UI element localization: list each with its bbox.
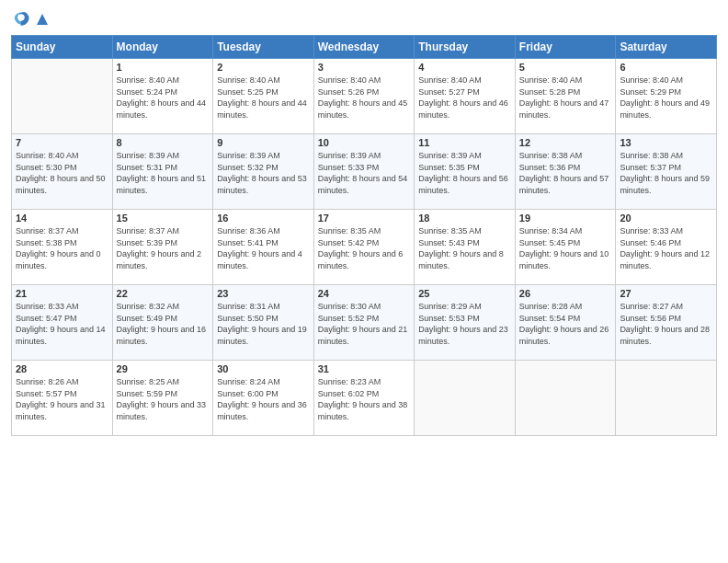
calendar-cell <box>616 361 717 436</box>
day-number: 9 <box>217 137 310 148</box>
day-number: 24 <box>318 288 411 299</box>
logo-icon <box>11 9 31 29</box>
calendar-cell: 27Sunrise: 8:27 AMSunset: 5:56 PMDayligh… <box>616 285 717 361</box>
day-info: Sunrise: 8:40 AMSunset: 5:26 PMDaylight:… <box>318 75 411 121</box>
calendar-cell: 24Sunrise: 8:30 AMSunset: 5:52 PMDayligh… <box>313 285 415 361</box>
day-info: Sunrise: 8:24 AMSunset: 6:00 PMDaylight:… <box>217 376 310 422</box>
day-number: 13 <box>620 137 712 148</box>
calendar-cell <box>515 361 616 436</box>
calendar-cell: 16Sunrise: 8:36 AMSunset: 5:41 PMDayligh… <box>213 210 314 285</box>
calendar-cell: 29Sunrise: 8:25 AMSunset: 5:59 PMDayligh… <box>112 361 213 436</box>
calendar-cell: 23Sunrise: 8:31 AMSunset: 5:50 PMDayligh… <box>213 285 314 361</box>
calendar-cell: 22Sunrise: 8:32 AMSunset: 5:49 PMDayligh… <box>112 285 213 361</box>
weekday-header-thursday: Thursday <box>415 36 516 59</box>
day-info: Sunrise: 8:40 AMSunset: 5:25 PMDaylight:… <box>217 75 310 121</box>
calendar-cell: 28Sunrise: 8:26 AMSunset: 5:57 PMDayligh… <box>12 361 113 436</box>
day-info: Sunrise: 8:23 AMSunset: 6:02 PMDaylight:… <box>318 376 411 422</box>
day-info: Sunrise: 8:39 AMSunset: 5:33 PMDaylight:… <box>318 150 411 196</box>
day-info: Sunrise: 8:38 AMSunset: 5:36 PMDaylight:… <box>519 150 612 196</box>
day-info: Sunrise: 8:25 AMSunset: 5:59 PMDaylight:… <box>117 376 210 422</box>
calendar-cell: 18Sunrise: 8:35 AMSunset: 5:43 PMDayligh… <box>415 210 516 285</box>
day-info: Sunrise: 8:31 AMSunset: 5:50 PMDaylight:… <box>217 301 310 347</box>
calendar-cell: 4Sunrise: 8:40 AMSunset: 5:27 PMDaylight… <box>415 59 516 134</box>
day-info: Sunrise: 8:39 AMSunset: 5:35 PMDaylight:… <box>418 150 511 196</box>
week-row-3: 14Sunrise: 8:37 AMSunset: 5:38 PMDayligh… <box>12 210 717 285</box>
calendar-cell: 14Sunrise: 8:37 AMSunset: 5:38 PMDayligh… <box>12 210 113 285</box>
day-number: 3 <box>318 62 411 73</box>
day-info: Sunrise: 8:36 AMSunset: 5:41 PMDaylight:… <box>217 225 310 271</box>
day-info: Sunrise: 8:33 AMSunset: 5:46 PMDaylight:… <box>620 225 712 271</box>
logo-text <box>35 13 50 26</box>
calendar-cell: 11Sunrise: 8:39 AMSunset: 5:35 PMDayligh… <box>415 134 516 210</box>
calendar-cell: 19Sunrise: 8:34 AMSunset: 5:45 PMDayligh… <box>515 210 616 285</box>
day-number: 16 <box>217 213 310 224</box>
day-info: Sunrise: 8:40 AMSunset: 5:28 PMDaylight:… <box>519 75 612 121</box>
day-info: Sunrise: 8:27 AMSunset: 5:56 PMDaylight:… <box>620 301 712 347</box>
day-info: Sunrise: 8:37 AMSunset: 5:38 PMDaylight:… <box>16 225 108 271</box>
weekday-header-sunday: Sunday <box>12 36 113 59</box>
calendar-cell: 8Sunrise: 8:39 AMSunset: 5:31 PMDaylight… <box>112 134 213 210</box>
day-number: 11 <box>418 137 511 148</box>
week-row-2: 7Sunrise: 8:40 AMSunset: 5:30 PMDaylight… <box>12 134 717 210</box>
day-number: 25 <box>418 288 511 299</box>
day-number: 26 <box>519 288 612 299</box>
logo-triangle-icon <box>36 13 49 26</box>
day-info: Sunrise: 8:33 AMSunset: 5:47 PMDaylight:… <box>16 301 108 347</box>
day-info: Sunrise: 8:35 AMSunset: 5:43 PMDaylight:… <box>418 225 511 271</box>
day-number: 10 <box>318 137 411 148</box>
calendar-cell <box>12 59 113 134</box>
day-info: Sunrise: 8:28 AMSunset: 5:54 PMDaylight:… <box>519 301 612 347</box>
week-row-5: 28Sunrise: 8:26 AMSunset: 5:57 PMDayligh… <box>12 361 717 436</box>
day-info: Sunrise: 8:35 AMSunset: 5:42 PMDaylight:… <box>318 225 411 271</box>
weekday-header-monday: Monday <box>112 36 213 59</box>
day-number: 31 <box>318 363 411 374</box>
calendar-cell: 9Sunrise: 8:39 AMSunset: 5:32 PMDaylight… <box>213 134 314 210</box>
week-row-1: 1Sunrise: 8:40 AMSunset: 5:24 PMDaylight… <box>12 59 717 134</box>
day-number: 5 <box>519 62 612 73</box>
day-number: 28 <box>16 363 108 374</box>
day-number: 6 <box>620 62 712 73</box>
day-number: 7 <box>16 137 108 148</box>
calendar-cell: 5Sunrise: 8:40 AMSunset: 5:28 PMDaylight… <box>515 59 616 134</box>
calendar-cell: 12Sunrise: 8:38 AMSunset: 5:36 PMDayligh… <box>515 134 616 210</box>
calendar-cell: 6Sunrise: 8:40 AMSunset: 5:29 PMDaylight… <box>616 59 717 134</box>
day-number: 14 <box>16 213 108 224</box>
day-info: Sunrise: 8:30 AMSunset: 5:52 PMDaylight:… <box>318 301 411 347</box>
weekday-header-friday: Friday <box>515 36 616 59</box>
day-info: Sunrise: 8:29 AMSunset: 5:53 PMDaylight:… <box>418 301 511 347</box>
calendar-cell: 17Sunrise: 8:35 AMSunset: 5:42 PMDayligh… <box>313 210 415 285</box>
day-number: 29 <box>117 363 210 374</box>
day-number: 12 <box>519 137 612 148</box>
calendar-cell: 1Sunrise: 8:40 AMSunset: 5:24 PMDaylight… <box>112 59 213 134</box>
day-info: Sunrise: 8:38 AMSunset: 5:37 PMDaylight:… <box>620 150 712 196</box>
calendar-cell: 26Sunrise: 8:28 AMSunset: 5:54 PMDayligh… <box>515 285 616 361</box>
svg-marker-0 <box>37 14 48 25</box>
calendar-cell: 15Sunrise: 8:37 AMSunset: 5:39 PMDayligh… <box>112 210 213 285</box>
calendar-table: SundayMondayTuesdayWednesdayThursdayFrid… <box>11 35 717 436</box>
weekday-header-wednesday: Wednesday <box>313 36 415 59</box>
week-row-4: 21Sunrise: 8:33 AMSunset: 5:47 PMDayligh… <box>12 285 717 361</box>
day-info: Sunrise: 8:40 AMSunset: 5:30 PMDaylight:… <box>16 150 108 196</box>
day-number: 8 <box>117 137 210 148</box>
day-number: 15 <box>117 213 210 224</box>
calendar-cell: 2Sunrise: 8:40 AMSunset: 5:25 PMDaylight… <box>213 59 314 134</box>
calendar-cell: 20Sunrise: 8:33 AMSunset: 5:46 PMDayligh… <box>616 210 717 285</box>
weekday-header-row: SundayMondayTuesdayWednesdayThursdayFrid… <box>12 36 717 59</box>
day-number: 4 <box>418 62 511 73</box>
day-number: 1 <box>117 62 210 73</box>
calendar-container: SundayMondayTuesdayWednesdayThursdayFrid… <box>0 0 728 563</box>
calendar-cell: 25Sunrise: 8:29 AMSunset: 5:53 PMDayligh… <box>415 285 516 361</box>
day-info: Sunrise: 8:37 AMSunset: 5:39 PMDaylight:… <box>117 225 210 271</box>
day-info: Sunrise: 8:40 AMSunset: 5:27 PMDaylight:… <box>418 75 511 121</box>
calendar-cell: 31Sunrise: 8:23 AMSunset: 6:02 PMDayligh… <box>313 361 415 436</box>
day-info: Sunrise: 8:39 AMSunset: 5:31 PMDaylight:… <box>117 150 210 196</box>
day-number: 30 <box>217 363 310 374</box>
day-number: 17 <box>318 213 411 224</box>
calendar-cell: 3Sunrise: 8:40 AMSunset: 5:26 PMDaylight… <box>313 59 415 134</box>
calendar-cell: 7Sunrise: 8:40 AMSunset: 5:30 PMDaylight… <box>12 134 113 210</box>
day-number: 19 <box>519 213 612 224</box>
calendar-cell: 10Sunrise: 8:39 AMSunset: 5:33 PMDayligh… <box>313 134 415 210</box>
day-number: 18 <box>418 213 511 224</box>
day-number: 23 <box>217 288 310 299</box>
weekday-header-saturday: Saturday <box>616 36 717 59</box>
